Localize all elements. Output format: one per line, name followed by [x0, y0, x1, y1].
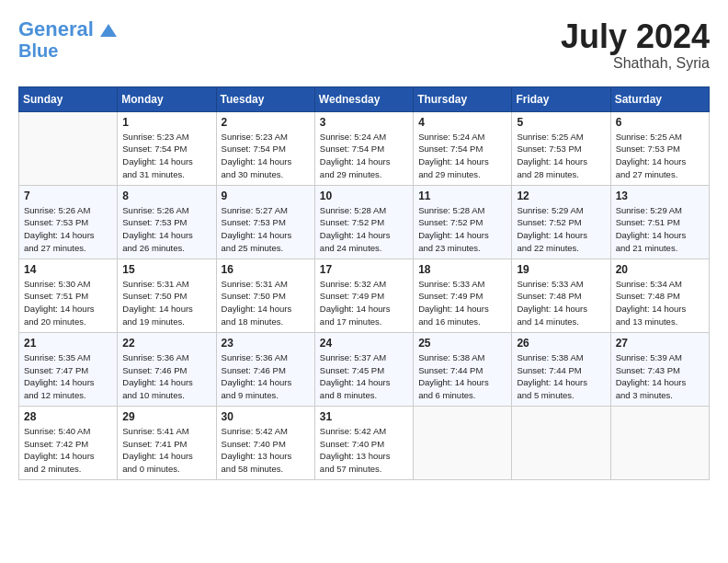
calendar-cell: 29Sunrise: 5:41 AMSunset: 7:41 PMDayligh… [118, 406, 216, 479]
calendar-cell: 31Sunrise: 5:42 AMSunset: 7:40 PMDayligh… [314, 406, 413, 479]
cell-details: Sunrise: 5:32 AMSunset: 7:49 PMDaylight:… [320, 278, 408, 328]
week-row-1: 1Sunrise: 5:23 AMSunset: 7:54 PMDaylight… [19, 111, 710, 185]
logo-text: General [18, 18, 118, 40]
day-number: 26 [517, 337, 605, 350]
day-number: 2 [222, 116, 310, 129]
day-number: 23 [222, 337, 310, 350]
calendar-cell: 13Sunrise: 5:29 AMSunset: 7:51 PMDayligh… [610, 185, 709, 259]
page-header: General Blue July 2024 Shathah, Syria [18, 18, 710, 72]
calendar-cell: 18Sunrise: 5:33 AMSunset: 7:49 PMDayligh… [414, 259, 512, 332]
day-number: 25 [418, 337, 506, 350]
day-number: 20 [616, 263, 704, 276]
calendar-cell: 19Sunrise: 5:33 AMSunset: 7:48 PMDayligh… [512, 259, 610, 332]
calendar-cell: 2Sunrise: 5:23 AMSunset: 7:54 PMDaylight… [216, 111, 314, 185]
cell-details: Sunrise: 5:35 AMSunset: 7:47 PMDaylight:… [24, 351, 112, 402]
cell-details: Sunrise: 5:26 AMSunset: 7:53 PMDaylight:… [24, 204, 112, 255]
calendar-cell: 4Sunrise: 5:24 AMSunset: 7:54 PMDaylight… [414, 111, 512, 185]
calendar-cell: 11Sunrise: 5:28 AMSunset: 7:52 PMDayligh… [414, 185, 512, 259]
day-number: 13 [616, 190, 704, 202]
column-header-wednesday: Wednesday [314, 86, 413, 111]
cell-details: Sunrise: 5:23 AMSunset: 7:54 PMDaylight:… [222, 131, 310, 181]
cell-details: Sunrise: 5:40 AMSunset: 7:42 PMDaylight:… [24, 425, 112, 476]
day-number: 7 [24, 190, 112, 202]
cell-details: Sunrise: 5:28 AMSunset: 7:52 PMDaylight:… [418, 204, 506, 255]
cell-details: Sunrise: 5:34 AMSunset: 7:48 PMDaylight:… [616, 278, 704, 328]
column-header-sunday: Sunday [19, 86, 118, 111]
day-number: 29 [122, 410, 210, 423]
day-number: 16 [222, 263, 310, 276]
calendar-cell: 3Sunrise: 5:24 AMSunset: 7:54 PMDaylight… [314, 111, 413, 185]
calendar-cell: 22Sunrise: 5:36 AMSunset: 7:46 PMDayligh… [118, 332, 216, 406]
calendar-cell: 15Sunrise: 5:31 AMSunset: 7:50 PMDayligh… [118, 259, 216, 332]
logo: General Blue [18, 18, 118, 61]
calendar-cell [610, 406, 709, 479]
column-header-friday: Friday [512, 86, 610, 111]
cell-details: Sunrise: 5:24 AMSunset: 7:54 PMDaylight:… [320, 131, 408, 181]
calendar-cell: 14Sunrise: 5:30 AMSunset: 7:51 PMDayligh… [19, 259, 118, 332]
day-number: 5 [517, 116, 605, 129]
column-header-thursday: Thursday [414, 86, 512, 111]
day-number: 24 [320, 337, 408, 350]
title-block: July 2024 Shathah, Syria [561, 18, 710, 72]
day-number: 1 [122, 116, 210, 129]
cell-details: Sunrise: 5:38 AMSunset: 7:44 PMDaylight:… [418, 351, 506, 402]
cell-details: Sunrise: 5:28 AMSunset: 7:52 PMDaylight:… [320, 204, 408, 255]
calendar-cell: 1Sunrise: 5:23 AMSunset: 7:54 PMDaylight… [118, 111, 216, 185]
svg-marker-0 [100, 24, 117, 37]
cell-details: Sunrise: 5:25 AMSunset: 7:53 PMDaylight:… [517, 131, 605, 181]
cell-details: Sunrise: 5:42 AMSunset: 7:40 PMDaylight:… [222, 425, 310, 476]
calendar-cell: 23Sunrise: 5:36 AMSunset: 7:46 PMDayligh… [216, 332, 314, 406]
day-number: 19 [517, 263, 605, 276]
calendar-cell: 16Sunrise: 5:31 AMSunset: 7:50 PMDayligh… [216, 259, 314, 332]
day-number: 28 [24, 410, 112, 423]
cell-details: Sunrise: 5:33 AMSunset: 7:49 PMDaylight:… [418, 278, 506, 328]
cell-details: Sunrise: 5:24 AMSunset: 7:54 PMDaylight:… [418, 131, 506, 181]
cell-details: Sunrise: 5:29 AMSunset: 7:52 PMDaylight:… [517, 204, 605, 255]
day-number: 27 [616, 337, 704, 350]
week-row-3: 14Sunrise: 5:30 AMSunset: 7:51 PMDayligh… [19, 259, 710, 332]
column-header-monday: Monday [118, 86, 216, 111]
calendar-cell: 20Sunrise: 5:34 AMSunset: 7:48 PMDayligh… [610, 259, 709, 332]
week-row-4: 21Sunrise: 5:35 AMSunset: 7:47 PMDayligh… [19, 332, 710, 406]
cell-details: Sunrise: 5:31 AMSunset: 7:50 PMDaylight:… [122, 278, 210, 328]
location: Shathah, Syria [561, 55, 710, 72]
calendar-cell: 10Sunrise: 5:28 AMSunset: 7:52 PMDayligh… [314, 185, 413, 259]
day-number: 11 [418, 190, 506, 202]
day-number: 17 [320, 263, 408, 276]
calendar-cell: 5Sunrise: 5:25 AMSunset: 7:53 PMDaylight… [512, 111, 610, 185]
cell-details: Sunrise: 5:37 AMSunset: 7:45 PMDaylight:… [320, 351, 408, 402]
day-number: 21 [24, 337, 112, 350]
calendar-cell: 12Sunrise: 5:29 AMSunset: 7:52 PMDayligh… [512, 185, 610, 259]
day-number: 9 [222, 190, 310, 202]
day-number: 8 [122, 190, 210, 202]
cell-details: Sunrise: 5:30 AMSunset: 7:51 PMDaylight:… [24, 278, 112, 328]
calendar-cell: 25Sunrise: 5:38 AMSunset: 7:44 PMDayligh… [414, 332, 512, 406]
calendar-cell [512, 406, 610, 479]
cell-details: Sunrise: 5:39 AMSunset: 7:43 PMDaylight:… [616, 351, 704, 402]
month-year: July 2024 [561, 18, 710, 55]
day-number: 18 [418, 263, 506, 276]
column-header-saturday: Saturday [610, 86, 709, 111]
cell-details: Sunrise: 5:38 AMSunset: 7:44 PMDaylight:… [517, 351, 605, 402]
day-number: 15 [122, 263, 210, 276]
week-row-2: 7Sunrise: 5:26 AMSunset: 7:53 PMDaylight… [19, 185, 710, 259]
cell-details: Sunrise: 5:36 AMSunset: 7:46 PMDaylight:… [222, 351, 310, 402]
cell-details: Sunrise: 5:42 AMSunset: 7:40 PMDaylight:… [320, 425, 408, 476]
day-number: 4 [418, 116, 506, 129]
cell-details: Sunrise: 5:41 AMSunset: 7:41 PMDaylight:… [122, 425, 210, 476]
day-number: 31 [320, 410, 408, 423]
day-number: 22 [122, 337, 210, 350]
calendar-header-row: SundayMondayTuesdayWednesdayThursdayFrid… [19, 86, 710, 111]
logo-blue-text: Blue [18, 40, 58, 61]
calendar-table: SundayMondayTuesdayWednesdayThursdayFrid… [18, 86, 710, 480]
calendar-cell: 7Sunrise: 5:26 AMSunset: 7:53 PMDaylight… [19, 185, 118, 259]
calendar-cell: 28Sunrise: 5:40 AMSunset: 7:42 PMDayligh… [19, 406, 118, 479]
column-header-tuesday: Tuesday [216, 86, 314, 111]
calendar-cell: 17Sunrise: 5:32 AMSunset: 7:49 PMDayligh… [314, 259, 413, 332]
cell-details: Sunrise: 5:23 AMSunset: 7:54 PMDaylight:… [122, 131, 210, 181]
logo-icon [100, 24, 117, 37]
day-number: 3 [320, 116, 408, 129]
calendar-cell [414, 406, 512, 479]
cell-details: Sunrise: 5:29 AMSunset: 7:51 PMDaylight:… [616, 204, 704, 255]
week-row-5: 28Sunrise: 5:40 AMSunset: 7:42 PMDayligh… [19, 406, 710, 479]
